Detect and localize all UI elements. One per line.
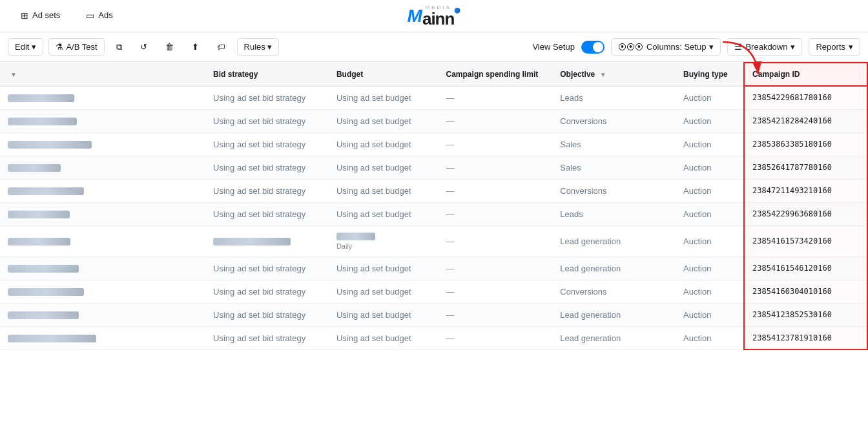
edit-chevron-icon: ▾ [32, 42, 36, 52]
table-row[interactable]: ██████████████████████Using ad set bid s… [0, 156, 867, 179]
cell-bid-strategy: Using ad set bid strategy [205, 202, 329, 225]
cell-spend-limit: — [439, 132, 553, 156]
table-row[interactable]: ████Using ad set bid strategyUsing ad se… [0, 132, 867, 156]
export-icon: ⬆ [192, 42, 199, 52]
cell-objective: Sales [552, 156, 676, 179]
table-row[interactable]: ███████████████████████Using ad set bid … [0, 256, 867, 280]
table-row[interactable]: ██████████████████████████████████Using … [0, 280, 867, 303]
toolbar: Edit ▾ ⚗ A/B Test ⧉ ↺ 🗑 ⬆ 🏷 Rules ▾ View… [0, 32, 868, 62]
view-setup-area: View Setup ⦿⦿⦿ Columns: Setup ▾ ☰ Breakd… [532, 38, 860, 56]
header-buying-type[interactable]: Buying type [676, 63, 744, 86]
campaigns-table: ▼ Bid strategy Budget Campaign spending … [0, 62, 868, 350]
cell-name: ███████████████████████ [0, 256, 205, 280]
cell-name: ██████████████████████████████████ [0, 280, 205, 303]
table-header: ▼ Bid strategy Budget Campaign spending … [0, 63, 867, 86]
cell-name: ████ [0, 132, 205, 156]
table-row[interactable]: █████████████████████████████Using ad se… [0, 202, 867, 225]
columns-chevron-icon: ▾ [709, 42, 714, 52]
table-row[interactable]: ████████████████Using ad set bid strateg… [0, 109, 867, 132]
header-bid-label: Bid strategy [213, 70, 258, 79]
top-navigation: ⊞ Ad sets ▭ Ads M MEDIA ainn 🔵 [0, 0, 868, 32]
cell-bid-strategy: Using ad set bid strategy [205, 109, 329, 132]
cell-budget: Using ad set budget [329, 202, 439, 225]
duplicate-button[interactable]: ⧉ [110, 39, 129, 56]
cell-objective: Leads [552, 86, 676, 109]
breakdown-button[interactable]: ☰ Breakdown ▾ [727, 38, 802, 56]
table-row[interactable]: ███████████████████████████Using ad set … [0, 326, 867, 350]
cell-name: ████████████████████ [0, 86, 205, 109]
cell-campaign-id: 23853863385180160 [744, 132, 867, 156]
cell-buying-type: Auction [676, 202, 744, 225]
tab-ads[interactable]: ▭ Ads [73, 0, 125, 32]
header-budget[interactable]: Budget [329, 63, 439, 86]
cell-objective: Lead generation [552, 303, 676, 326]
table-row[interactable]: ████████████████Using ad set bid strateg… [0, 179, 867, 202]
cell-budget: Using ad set budget [329, 86, 439, 109]
cell-buying-type: Auction [676, 132, 744, 156]
header-bid-strategy[interactable]: Bid strategy [205, 63, 329, 86]
breakdown-chevron-icon: ▾ [790, 42, 795, 52]
cell-buying-type: Auction [676, 225, 744, 256]
header-buying-label: Buying type [683, 70, 728, 79]
cell-campaign-id: 23854123781910160 [744, 326, 867, 350]
cell-objective: Lead generation [552, 256, 676, 280]
cell-name: ████████████████ [0, 109, 205, 132]
cell-campaign-id: 23854161573420160 [744, 225, 867, 256]
cell-spend-limit: — [439, 225, 553, 256]
delete-button[interactable]: 🗑 [159, 39, 180, 55]
columns-setup-button[interactable]: ⦿⦿⦿ Columns: Setup ▾ [611, 38, 721, 56]
edit-button[interactable]: Edit ▾ [8, 38, 43, 56]
table-row[interactable]: ███████████████████████████Using ad set … [0, 303, 867, 326]
cell-budget: Using ad set budget [329, 156, 439, 179]
ab-test-button[interactable]: ⚗ A/B Test [48, 38, 104, 56]
breakdown-label: Breakdown [745, 42, 787, 52]
header-spend-label: Campaign spending limit [446, 70, 539, 79]
cell-budget: Using ad set budget [329, 179, 439, 202]
cell-objective: Conversions [552, 179, 676, 202]
cell-budget: Using ad set budget [329, 303, 439, 326]
cell-buying-type: Auction [676, 109, 744, 132]
edit-label: Edit [15, 42, 29, 52]
cell-spend-limit: — [439, 156, 553, 179]
cell-bid-strategy: Using ad set bid strategy [205, 156, 329, 179]
reports-button[interactable]: Reports ▾ [809, 38, 860, 56]
header-campaign-id[interactable]: Campaign ID [744, 63, 867, 86]
view-setup-toggle[interactable] [581, 41, 604, 54]
cell-bid-strategy: Using ad set bid strategy [205, 303, 329, 326]
header-name[interactable]: ▼ [0, 63, 205, 86]
header-campaign-spend[interactable]: Campaign spending limit [439, 63, 553, 86]
nav-tabs: ⊞ Ad sets ▭ Ads [8, 0, 126, 32]
ads-icon: ▭ [86, 10, 94, 21]
trash-icon: 🗑 [165, 42, 174, 52]
cell-objective: Leads [552, 202, 676, 225]
cell-budget: Using ad set budget [329, 132, 439, 156]
cell-campaign-id: 23854229963680160 [744, 202, 867, 225]
tab-ad-sets[interactable]: ⊞ Ad sets [8, 0, 73, 32]
header-objective[interactable]: Objective ▼ [552, 63, 676, 86]
logo-main-text: ainn [422, 10, 454, 27]
header-objective-label: Objective [560, 70, 595, 79]
objective-sort-icon: ▼ [600, 71, 606, 78]
cell-campaign-id: 23854160304010160 [744, 280, 867, 303]
header-budget-label: Budget [336, 70, 363, 79]
cell-buying-type: Auction [676, 179, 744, 202]
cell-spend-limit: — [439, 202, 553, 225]
cell-name: ██████████████████████ [0, 156, 205, 179]
cell-spend-limit: — [439, 326, 553, 350]
export-button[interactable]: ⬆ [185, 39, 205, 55]
cell-buying-type: Auction [676, 280, 744, 303]
rules-button[interactable]: Rules ▾ [237, 38, 280, 56]
tag-button[interactable]: 🏷 [211, 39, 232, 55]
cell-campaign-id: 23854218284240160 [744, 109, 867, 132]
tab-ad-sets-label: Ad sets [32, 10, 60, 20]
table-row[interactable]: █████████████████████████Highest volumeD… [0, 225, 867, 256]
undo-button[interactable]: ↺ [134, 39, 154, 55]
table-row[interactable]: ████████████████████Using ad set bid str… [0, 86, 867, 109]
cell-campaign-id: 23854161546120160 [744, 256, 867, 280]
ab-test-icon: ⚗ [56, 42, 63, 52]
cell-objective: Conversions [552, 280, 676, 303]
cell-spend-limit: — [439, 280, 553, 303]
cell-objective: Lead generation [552, 225, 676, 256]
cell-bid-strategy: Using ad set bid strategy [205, 256, 329, 280]
sort-icon: ▼ [10, 71, 17, 78]
